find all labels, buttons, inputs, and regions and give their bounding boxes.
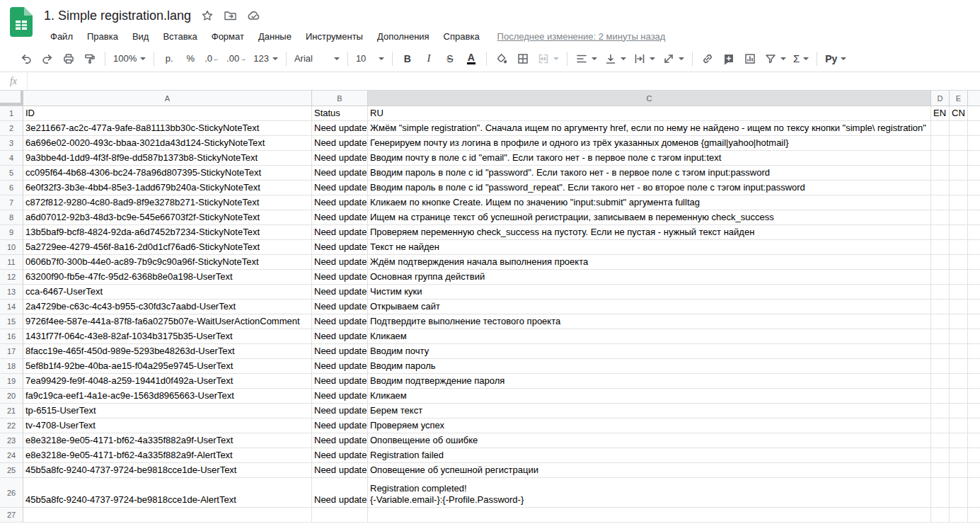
cell-B11[interactable]: Need update [312, 255, 368, 270]
row-header-26[interactable]: 26 [0, 478, 23, 508]
cell-B14[interactable]: Need update [312, 300, 368, 314]
cell-E12[interactable] [950, 270, 968, 285]
cell-E6[interactable] [950, 181, 968, 195]
functions-select[interactable]: Σ [791, 49, 811, 69]
cell-C1[interactable]: RU [368, 106, 931, 121]
cell-filler[interactable] [968, 181, 980, 195]
font-select[interactable]: Arial [292, 49, 342, 69]
cell-filler[interactable] [968, 225, 980, 240]
row-header-12[interactable]: 12 [0, 270, 23, 285]
cell-A12[interactable]: 63200f90-fb5e-47fc-95d2-6368b8e0a198-Use… [23, 270, 312, 285]
row-header-20[interactable]: 20 [0, 389, 23, 404]
cell-B21[interactable]: Need update [312, 404, 368, 418]
column-header-c[interactable]: C [368, 91, 931, 106]
cell-C22[interactable]: Проверяем успех [368, 418, 931, 433]
cell-C6[interactable]: Вводим пароль в поле с id "password_repe… [368, 181, 931, 195]
row-header-21[interactable]: 21 [0, 404, 23, 418]
cell-C26[interactable]: Registration completed! {-Variable.email… [368, 478, 931, 508]
row-header-23[interactable]: 23 [0, 433, 23, 448]
cell-A17[interactable]: 8facc19e-465f-450d-989e-5293be48263d-Use… [23, 344, 312, 359]
cell-A6[interactable]: 6e0f32f3-3b3e-4bb4-85e3-1add679b240a-Sti… [23, 181, 312, 195]
row-header-16[interactable]: 16 [0, 329, 23, 344]
vertical-align-select[interactable] [602, 49, 628, 69]
currency-format-button[interactable]: р. [160, 49, 178, 69]
row-header-10[interactable]: 10 [0, 240, 23, 255]
cell-A16[interactable]: 1431f77f-064c-43e8-82af-1034b3175b35-Use… [23, 329, 312, 344]
sheets-logo[interactable] [10, 7, 33, 37]
cell-D14[interactable] [931, 300, 950, 314]
cell-filler[interactable] [968, 344, 980, 359]
cell-E24[interactable] [950, 448, 968, 463]
cell-B23[interactable]: Need update [312, 433, 368, 448]
cell-filler[interactable] [968, 463, 980, 478]
cell-B25[interactable]: Need update [312, 463, 368, 478]
cell-filler[interactable] [968, 210, 980, 225]
cell-B24[interactable]: Need update [312, 448, 368, 463]
cell-E9[interactable] [950, 225, 968, 240]
cell-D27[interactable] [931, 508, 950, 523]
cell-B2[interactable]: Need update [312, 121, 368, 136]
cell-C11[interactable]: Ждём подтверждения начала выполнения про… [368, 255, 931, 270]
cell-B5[interactable]: Need update [312, 166, 368, 181]
cell-E17[interactable] [950, 344, 968, 359]
cell-C14[interactable]: Открываем сайт [368, 300, 931, 314]
cell-B20[interactable]: Need update [312, 389, 368, 404]
cell-filler[interactable] [968, 151, 980, 166]
row-header-17[interactable]: 17 [0, 344, 23, 359]
cell-D2[interactable] [931, 121, 950, 136]
cell-A5[interactable]: cc095f64-4b68-4306-bc24-78a96d807395-Sti… [23, 166, 312, 181]
cell-B4[interactable]: Need update [312, 151, 368, 166]
cell-C10[interactable]: Текст не найден [368, 240, 931, 255]
row-header-8[interactable]: 8 [0, 210, 23, 225]
cell-A22[interactable]: tv-4708-UserText [23, 418, 312, 433]
cell-C5[interactable]: Вводим пароль в поле с id "password". Ес… [368, 166, 931, 181]
italic-button[interactable]: I [420, 49, 438, 69]
cell-A14[interactable]: 2a4729be-c63c-4c43-b955-c30fd3c7aabd-Use… [23, 300, 312, 314]
row-header-7[interactable]: 7 [0, 195, 23, 210]
menu-data[interactable]: Данные [252, 28, 298, 45]
cell-E27[interactable] [950, 508, 968, 523]
cell-A2[interactable]: 3e211667-ac2c-477a-9afe-8a81113bb30c-Sti… [23, 121, 312, 136]
cell-E5[interactable] [950, 166, 968, 181]
cell-A19[interactable]: 7ea99429-fe9f-4048-a259-19441d0f492a-Use… [23, 374, 312, 389]
decrease-decimal-button[interactable]: .0← [202, 49, 221, 69]
row-header-2[interactable]: 2 [0, 121, 23, 136]
row-header-19[interactable]: 19 [0, 374, 23, 389]
cell-filler[interactable] [968, 270, 980, 285]
cell-A21[interactable]: tp-6515-UserText [23, 404, 312, 418]
text-color-button[interactable]: A [462, 49, 480, 69]
text-wrap-select[interactable] [631, 49, 657, 69]
row-header-27[interactable]: 27 [0, 508, 23, 523]
cell-C4[interactable]: Вводим почту в поле с id "email". Если т… [368, 151, 931, 166]
cell-E14[interactable] [950, 300, 968, 314]
cell-D6[interactable] [931, 181, 950, 195]
cell-D4[interactable] [931, 151, 950, 166]
menu-edit[interactable]: Правка [81, 28, 125, 45]
cell-B13[interactable]: Need update [312, 285, 368, 300]
cell-C18[interactable]: Вводим пароль [368, 359, 931, 374]
cell-E10[interactable] [950, 240, 968, 255]
cell-C17[interactable]: Вводим почту [368, 344, 931, 359]
cell-filler[interactable] [968, 106, 980, 121]
cell-D8[interactable] [931, 210, 950, 225]
fill-color-button[interactable] [492, 49, 511, 69]
cell-C12[interactable]: Основная группа действий [368, 270, 931, 285]
formula-input[interactable] [28, 72, 980, 90]
cell-A23[interactable]: e8e3218e-9e05-4171-bf62-4a335f882a9f-Use… [23, 433, 312, 448]
cell-B17[interactable]: Need update [312, 344, 368, 359]
cell-C27[interactable] [368, 508, 931, 523]
cell-D20[interactable] [931, 389, 950, 404]
cell-filler[interactable] [968, 300, 980, 314]
cell-D22[interactable] [931, 418, 950, 433]
cell-B18[interactable]: Need update [312, 359, 368, 374]
column-header-b[interactable]: B [312, 91, 368, 106]
cell-filler[interactable] [968, 255, 980, 270]
row-header-22[interactable]: 22 [0, 418, 23, 433]
row-header-14[interactable]: 14 [0, 300, 23, 314]
cell-E11[interactable] [950, 255, 968, 270]
undo-button[interactable] [17, 49, 35, 69]
row-header-5[interactable]: 5 [0, 166, 23, 181]
more-formats-select[interactable]: 123 [251, 49, 280, 69]
cell-filler[interactable] [968, 359, 980, 374]
column-header-a[interactable]: A [23, 91, 312, 106]
